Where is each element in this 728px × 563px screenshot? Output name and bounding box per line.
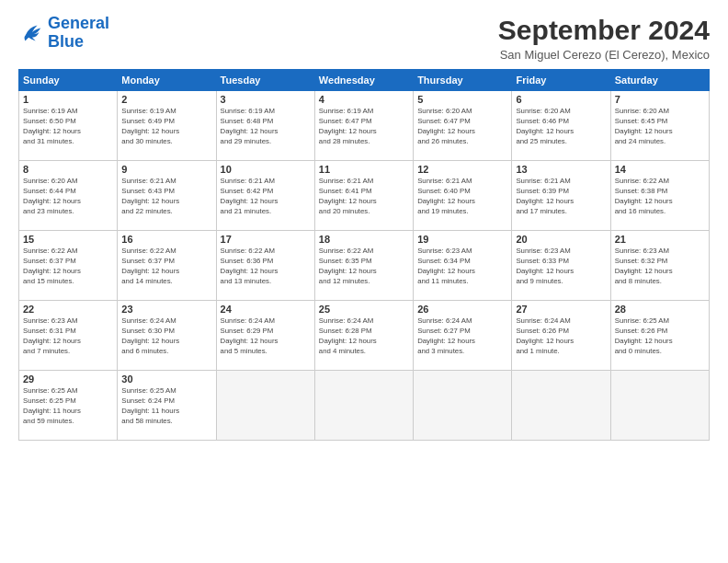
list-item: 10Sunrise: 6:21 AM Sunset: 6:42 PM Dayli… <box>216 161 314 231</box>
day-number: 24 <box>221 304 311 315</box>
day-info: Sunrise: 6:22 AM Sunset: 6:37 PM Dayligh… <box>23 247 113 287</box>
day-info: Sunrise: 6:25 AM Sunset: 6:24 PM Dayligh… <box>121 386 211 427</box>
list-item: 2Sunrise: 6:19 AM Sunset: 6:49 PM Daylig… <box>118 91 216 161</box>
day-number: 6 <box>516 94 606 105</box>
logo-icon <box>18 20 44 46</box>
col-thursday: Thursday <box>414 70 512 91</box>
table-row: 29Sunrise: 6:25 AM Sunset: 6:25 PM Dayli… <box>19 371 710 441</box>
day-info: Sunrise: 6:21 AM Sunset: 6:41 PM Dayligh… <box>319 177 409 217</box>
day-info: Sunrise: 6:24 AM Sunset: 6:30 PM Dayligh… <box>121 316 211 357</box>
day-number: 21 <box>615 234 705 245</box>
day-info: Sunrise: 6:24 AM Sunset: 6:27 PM Dayligh… <box>417 316 507 357</box>
table-row: 8Sunrise: 6:20 AM Sunset: 6:44 PM Daylig… <box>19 161 710 231</box>
list-item <box>314 371 413 441</box>
title-block: September 2024 San Miguel Cerezo (El Cer… <box>498 15 710 62</box>
calendar-table: Sunday Monday Tuesday Wednesday Thursday… <box>18 69 710 441</box>
day-info: Sunrise: 6:19 AM Sunset: 6:48 PM Dayligh… <box>221 107 311 147</box>
day-number: 11 <box>319 164 409 175</box>
day-info: Sunrise: 6:22 AM Sunset: 6:38 PM Dayligh… <box>615 177 705 217</box>
col-wednesday: Wednesday <box>314 70 413 91</box>
day-info: Sunrise: 6:22 AM Sunset: 6:35 PM Dayligh… <box>319 247 409 287</box>
calendar-page: General Blue September 2024 San Miguel C… <box>0 0 728 563</box>
table-row: 15Sunrise: 6:22 AM Sunset: 6:37 PM Dayli… <box>19 231 710 301</box>
list-item: 22Sunrise: 6:23 AM Sunset: 6:31 PM Dayli… <box>19 301 118 371</box>
day-number: 15 <box>23 234 113 245</box>
list-item: 4Sunrise: 6:19 AM Sunset: 6:47 PM Daylig… <box>314 91 413 161</box>
day-number: 27 <box>516 304 606 315</box>
list-item: 19Sunrise: 6:23 AM Sunset: 6:34 PM Dayli… <box>414 231 512 301</box>
list-item: 25Sunrise: 6:24 AM Sunset: 6:28 PM Dayli… <box>314 301 413 371</box>
day-info: Sunrise: 6:21 AM Sunset: 6:43 PM Dayligh… <box>121 177 211 217</box>
list-item: 14Sunrise: 6:22 AM Sunset: 6:38 PM Dayli… <box>610 161 709 231</box>
day-info: Sunrise: 6:22 AM Sunset: 6:37 PM Dayligh… <box>121 247 211 287</box>
header: General Blue September 2024 San Miguel C… <box>18 15 710 62</box>
day-info: Sunrise: 6:19 AM Sunset: 6:50 PM Dayligh… <box>23 107 113 147</box>
day-number: 30 <box>121 373 211 385</box>
header-row: Sunday Monday Tuesday Wednesday Thursday… <box>19 70 710 91</box>
day-number: 1 <box>23 94 113 105</box>
list-item: 11Sunrise: 6:21 AM Sunset: 6:41 PM Dayli… <box>314 161 413 231</box>
day-info: Sunrise: 6:24 AM Sunset: 6:29 PM Dayligh… <box>221 316 311 357</box>
day-number: 29 <box>23 373 113 385</box>
col-sunday: Sunday <box>19 70 118 91</box>
day-info: Sunrise: 6:20 AM Sunset: 6:46 PM Dayligh… <box>516 107 606 147</box>
list-item: 28Sunrise: 6:25 AM Sunset: 6:26 PM Dayli… <box>610 301 709 371</box>
col-tuesday: Tuesday <box>216 70 314 91</box>
day-number: 9 <box>121 164 211 175</box>
day-info: Sunrise: 6:25 AM Sunset: 6:26 PM Dayligh… <box>615 316 705 357</box>
col-monday: Monday <box>118 70 216 91</box>
list-item: 1Sunrise: 6:19 AM Sunset: 6:50 PM Daylig… <box>19 91 118 161</box>
day-info: Sunrise: 6:20 AM Sunset: 6:45 PM Dayligh… <box>615 107 705 147</box>
day-info: Sunrise: 6:23 AM Sunset: 6:32 PM Dayligh… <box>615 247 705 287</box>
list-item: 13Sunrise: 6:21 AM Sunset: 6:39 PM Dayli… <box>512 161 610 231</box>
day-number: 12 <box>417 164 507 175</box>
day-number: 19 <box>417 234 507 245</box>
list-item: 30Sunrise: 6:25 AM Sunset: 6:24 PM Dayli… <box>118 371 216 441</box>
list-item: 9Sunrise: 6:21 AM Sunset: 6:43 PM Daylig… <box>118 161 216 231</box>
table-row: 22Sunrise: 6:23 AM Sunset: 6:31 PM Dayli… <box>19 301 710 371</box>
day-number: 13 <box>516 164 606 175</box>
day-number: 4 <box>319 94 409 105</box>
list-item: 29Sunrise: 6:25 AM Sunset: 6:25 PM Dayli… <box>19 371 118 441</box>
list-item: 27Sunrise: 6:24 AM Sunset: 6:26 PM Dayli… <box>512 301 610 371</box>
day-number: 22 <box>23 304 113 315</box>
list-item: 8Sunrise: 6:20 AM Sunset: 6:44 PM Daylig… <box>19 161 118 231</box>
logo: General Blue <box>18 15 109 52</box>
list-item: 6Sunrise: 6:20 AM Sunset: 6:46 PM Daylig… <box>512 91 610 161</box>
day-number: 25 <box>319 304 409 315</box>
day-info: Sunrise: 6:19 AM Sunset: 6:49 PM Dayligh… <box>121 107 211 147</box>
month-title: September 2024 <box>498 15 710 46</box>
list-item: 16Sunrise: 6:22 AM Sunset: 6:37 PM Dayli… <box>118 231 216 301</box>
day-number: 17 <box>221 234 311 245</box>
day-info: Sunrise: 6:23 AM Sunset: 6:33 PM Dayligh… <box>516 247 606 287</box>
list-item: 21Sunrise: 6:23 AM Sunset: 6:32 PM Dayli… <box>610 231 709 301</box>
day-info: Sunrise: 6:21 AM Sunset: 6:40 PM Dayligh… <box>417 177 507 217</box>
day-number: 7 <box>615 94 705 105</box>
day-number: 18 <box>319 234 409 245</box>
list-item: 3Sunrise: 6:19 AM Sunset: 6:48 PM Daylig… <box>216 91 314 161</box>
list-item <box>610 371 709 441</box>
col-friday: Friday <box>512 70 610 91</box>
day-info: Sunrise: 6:19 AM Sunset: 6:47 PM Dayligh… <box>319 107 409 147</box>
list-item: 17Sunrise: 6:22 AM Sunset: 6:36 PM Dayli… <box>216 231 314 301</box>
list-item: 5Sunrise: 6:20 AM Sunset: 6:47 PM Daylig… <box>414 91 512 161</box>
day-number: 23 <box>121 304 211 315</box>
day-number: 14 <box>615 164 705 175</box>
day-info: Sunrise: 6:23 AM Sunset: 6:31 PM Dayligh… <box>23 316 113 357</box>
list-item: 26Sunrise: 6:24 AM Sunset: 6:27 PM Dayli… <box>414 301 512 371</box>
list-item: 15Sunrise: 6:22 AM Sunset: 6:37 PM Dayli… <box>19 231 118 301</box>
col-saturday: Saturday <box>610 70 709 91</box>
day-info: Sunrise: 6:22 AM Sunset: 6:36 PM Dayligh… <box>221 247 311 287</box>
location-title: San Miguel Cerezo (El Cerezo), Mexico <box>498 48 710 62</box>
list-item: 20Sunrise: 6:23 AM Sunset: 6:33 PM Dayli… <box>512 231 610 301</box>
day-number: 16 <box>121 234 211 245</box>
day-info: Sunrise: 6:21 AM Sunset: 6:39 PM Dayligh… <box>516 177 606 217</box>
day-info: Sunrise: 6:23 AM Sunset: 6:34 PM Dayligh… <box>417 247 507 287</box>
list-item: 23Sunrise: 6:24 AM Sunset: 6:30 PM Dayli… <box>118 301 216 371</box>
day-info: Sunrise: 6:20 AM Sunset: 6:44 PM Dayligh… <box>23 177 113 217</box>
list-item: 18Sunrise: 6:22 AM Sunset: 6:35 PM Dayli… <box>314 231 413 301</box>
logo-text: General Blue <box>48 15 109 52</box>
day-number: 20 <box>516 234 606 245</box>
day-number: 3 <box>221 94 311 105</box>
list-item: 24Sunrise: 6:24 AM Sunset: 6:29 PM Dayli… <box>216 301 314 371</box>
